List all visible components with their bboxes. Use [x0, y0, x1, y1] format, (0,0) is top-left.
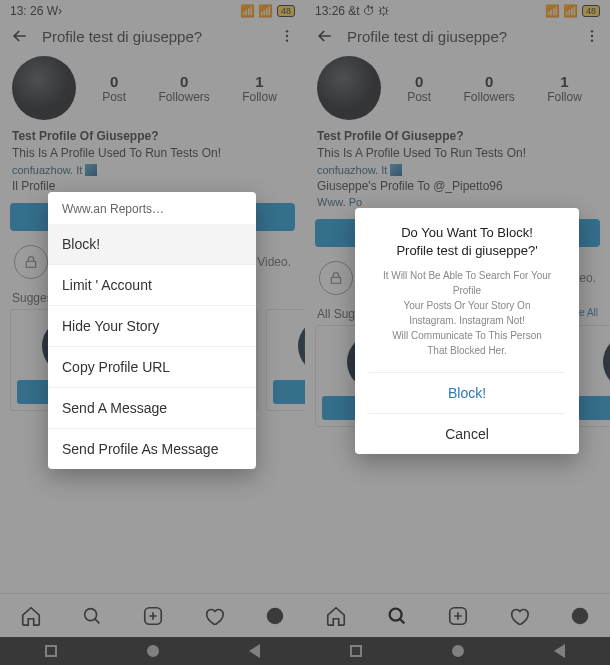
- app-header: Profile test di giuseppe?: [305, 20, 610, 52]
- svg-point-2: [286, 39, 288, 41]
- follow-suggestion-button[interactable]: Segui: [273, 380, 305, 404]
- profile-stats: 0Post 0Followers 1Follow: [391, 73, 598, 104]
- lock-icon: [319, 261, 353, 295]
- svg-rect-10: [331, 277, 340, 283]
- profile-avatar[interactable]: [12, 56, 76, 120]
- svg-point-6: [266, 607, 283, 624]
- lock-icon: [14, 245, 48, 279]
- back-icon[interactable]: [315, 26, 335, 46]
- back-button[interactable]: [554, 644, 565, 658]
- svg-point-8: [591, 35, 593, 37]
- back-button[interactable]: [249, 644, 260, 658]
- recent-apps-button[interactable]: [45, 645, 57, 657]
- more-icon[interactable]: [584, 28, 600, 44]
- stat-following[interactable]: 1Follow: [547, 73, 582, 104]
- menu-item-copy-url[interactable]: Copy Profile URL: [48, 346, 256, 387]
- search-icon[interactable]: [386, 605, 408, 627]
- add-post-icon[interactable]: [142, 605, 164, 627]
- profile-avatar[interactable]: [317, 56, 381, 120]
- activity-icon[interactable]: [508, 605, 530, 627]
- svg-point-13: [571, 607, 588, 624]
- svg-point-4: [84, 608, 96, 620]
- status-bar: 13:26 &t ⏱ ⚙ 📶 📶 48: [305, 0, 610, 20]
- svg-point-7: [591, 30, 593, 32]
- block-confirm-dialog: Do You Want To Block! Profile test di gi…: [355, 208, 579, 454]
- profile-icon[interactable]: [569, 605, 591, 627]
- more-icon[interactable]: [279, 28, 295, 44]
- svg-point-1: [286, 35, 288, 37]
- svg-point-11: [389, 608, 401, 620]
- header-title: Profile test di giuseppe?: [347, 28, 572, 45]
- dialog-title: Do You Want To Block!: [369, 224, 565, 242]
- bottom-nav: [0, 593, 305, 637]
- follow-suggestion-button[interactable]: Segui: [578, 396, 610, 420]
- system-nav: [305, 637, 610, 665]
- dialog-body: It Will Not Be Able To Search For Your P…: [369, 260, 565, 372]
- header-title: Profile test di giuseppe?: [42, 28, 267, 45]
- status-bar: 13: 26 W› 📶 📶 48: [0, 0, 305, 20]
- recent-apps-button[interactable]: [350, 645, 362, 657]
- menu-item-share-profile[interactable]: Send Profile As Message: [48, 428, 256, 469]
- activity-icon[interactable]: [203, 605, 225, 627]
- profile-icon[interactable]: [264, 605, 286, 627]
- private-text: IVideo.: [254, 255, 291, 269]
- stat-posts[interactable]: 0Post: [407, 73, 431, 104]
- stat-followers[interactable]: 0Followers: [158, 73, 209, 104]
- home-button[interactable]: [452, 645, 464, 657]
- svg-rect-3: [26, 262, 35, 268]
- stat-following[interactable]: 1Follow: [242, 73, 277, 104]
- bottom-nav: [305, 593, 610, 637]
- search-icon[interactable]: [81, 605, 103, 627]
- menu-item-send-message[interactable]: Send A Message: [48, 387, 256, 428]
- svg-point-0: [286, 30, 288, 32]
- menu-item-restrict[interactable]: Limit ' Account: [48, 264, 256, 305]
- stat-followers[interactable]: 0Followers: [463, 73, 514, 104]
- add-post-icon[interactable]: [447, 605, 469, 627]
- profile-bio: Test Profile Of Giuseppe? This Is A Prof…: [0, 128, 305, 195]
- system-nav: [0, 637, 305, 665]
- home-button[interactable]: [147, 645, 159, 657]
- home-icon[interactable]: [325, 605, 347, 627]
- menu-item-block[interactable]: Block!: [48, 224, 256, 264]
- profile-stats: 0Post 0Followers 1Follow: [86, 73, 293, 104]
- stat-posts[interactable]: 0Post: [102, 73, 126, 104]
- menu-header: Www.an Reports…: [48, 192, 256, 224]
- app-header: Profile test di giuseppe?: [0, 20, 305, 52]
- menu-item-hide-story[interactable]: Hide Your Story: [48, 305, 256, 346]
- back-icon[interactable]: [10, 26, 30, 46]
- profile-actions-menu: Www.an Reports… Block! Limit ' Account H…: [48, 192, 256, 469]
- cancel-button[interactable]: Cancel: [369, 413, 565, 454]
- suggestion-card[interactable]: Segui: [266, 309, 305, 411]
- profile-bio: Test Profile Of Giuseppe? This Is A Prof…: [305, 128, 610, 211]
- home-icon[interactable]: [20, 605, 42, 627]
- svg-point-9: [591, 39, 593, 41]
- confirm-block-button[interactable]: Block!: [369, 372, 565, 413]
- dialog-subtitle: Profile test di giuseppe?': [369, 242, 565, 260]
